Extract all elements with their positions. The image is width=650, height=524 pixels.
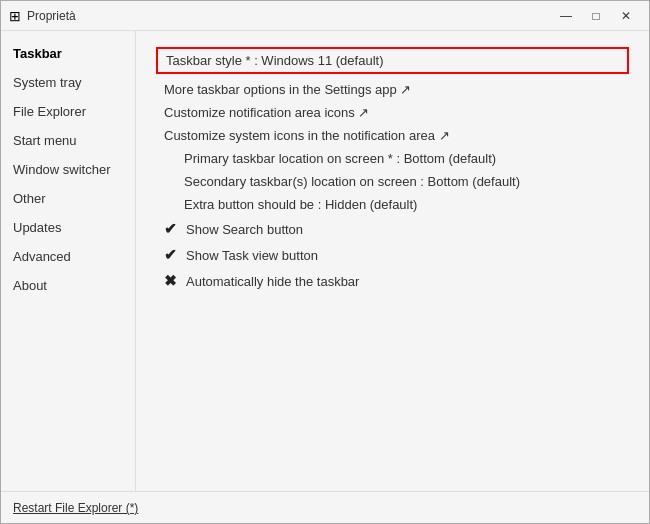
sidebar-item-start-menu[interactable]: Start menu — [1, 126, 135, 155]
title-bar: ⊞ Proprietà — □ ✕ — [1, 1, 649, 31]
sidebar: TaskbarSystem trayFile ExplorerStart men… — [1, 31, 136, 491]
sidebar-item-taskbar[interactable]: Taskbar — [1, 39, 135, 68]
app-icon: ⊞ — [9, 8, 21, 24]
title-bar-controls: — □ ✕ — [551, 4, 641, 28]
sidebar-item-other[interactable]: Other — [1, 184, 135, 213]
taskbar-style-highlighted: Taskbar style * : Windows 11 (default) — [156, 47, 629, 74]
main-content: Taskbar style * : Windows 11 (default) M… — [136, 31, 649, 491]
option-row-extra-button: Extra button should be : Hidden (default… — [156, 193, 629, 216]
content-area: TaskbarSystem trayFile ExplorerStart men… — [1, 31, 649, 491]
option-text-customize-sys: Customize system icons in the notificati… — [164, 128, 450, 143]
option-text-show-task-view: Show Task view button — [186, 248, 318, 263]
window-title: Proprietà — [27, 9, 76, 23]
option-row-more-taskbar[interactable]: More taskbar options in the Settings app… — [156, 78, 629, 101]
close-button[interactable]: ✕ — [611, 4, 641, 28]
option-text-secondary-taskbar: Secondary taskbar(s) location on screen … — [184, 174, 520, 189]
option-row-primary-taskbar: Primary taskbar location on screen * : B… — [156, 147, 629, 170]
option-row-customize-notif[interactable]: Customize notification area icons ↗ — [156, 101, 629, 124]
option-text-show-search: Show Search button — [186, 222, 303, 237]
option-row-customize-sys[interactable]: Customize system icons in the notificati… — [156, 124, 629, 147]
maximize-button[interactable]: □ — [581, 4, 611, 28]
option-text-extra-button: Extra button should be : Hidden (default… — [184, 197, 417, 212]
option-text-customize-notif: Customize notification area icons ↗ — [164, 105, 369, 120]
minimize-button[interactable]: — — [551, 4, 581, 28]
check-icon: ✔ — [164, 246, 182, 264]
sidebar-item-window-switcher[interactable]: Window switcher — [1, 155, 135, 184]
sidebar-item-file-explorer[interactable]: File Explorer — [1, 97, 135, 126]
option-row-auto-hide: ✖Automatically hide the taskbar — [156, 268, 629, 294]
footer: Restart File Explorer (*) — [1, 491, 649, 523]
option-text-auto-hide: Automatically hide the taskbar — [186, 274, 359, 289]
sidebar-item-updates[interactable]: Updates — [1, 213, 135, 242]
sidebar-item-about[interactable]: About — [1, 271, 135, 300]
check-icon: ✔ — [164, 220, 182, 238]
option-row-show-search: ✔Show Search button — [156, 216, 629, 242]
option-text-more-taskbar: More taskbar options in the Settings app… — [164, 82, 411, 97]
cross-icon: ✖ — [164, 272, 182, 290]
restart-explorer-link[interactable]: Restart File Explorer (*) — [13, 501, 138, 515]
sidebar-item-system-tray[interactable]: System tray — [1, 68, 135, 97]
sidebar-item-advanced[interactable]: Advanced — [1, 242, 135, 271]
title-bar-left: ⊞ Proprietà — [9, 8, 76, 24]
option-row-show-task-view: ✔Show Task view button — [156, 242, 629, 268]
app-window: ⊞ Proprietà — □ ✕ TaskbarSystem trayFile… — [0, 0, 650, 524]
option-row-secondary-taskbar: Secondary taskbar(s) location on screen … — [156, 170, 629, 193]
option-text-primary-taskbar: Primary taskbar location on screen * : B… — [184, 151, 496, 166]
